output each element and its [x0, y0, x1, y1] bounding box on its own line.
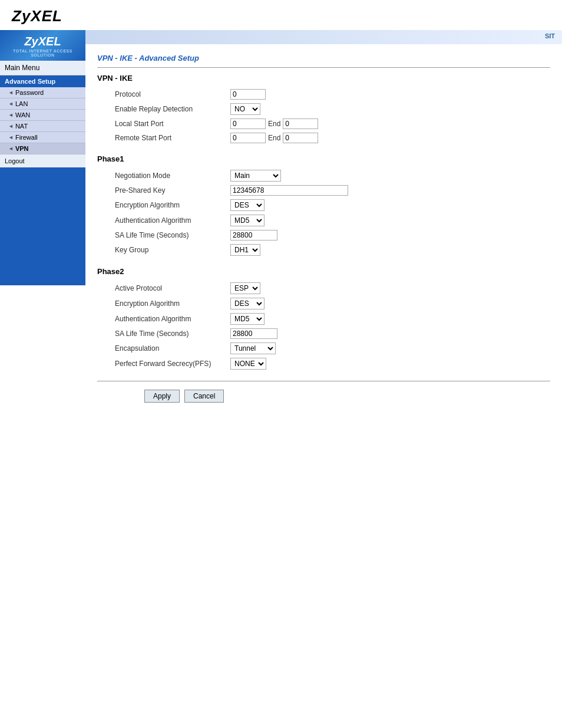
- encapsulation-select[interactable]: Tunnel Transport: [230, 342, 276, 354]
- sidebar-item-vpn[interactable]: ◄ VPN: [0, 143, 85, 154]
- sidebar-header: ZyXEL Total Internet Access Solution: [0, 30, 85, 61]
- phase2-section-heading: Phase2: [97, 267, 550, 276]
- p1-encryption-label: Encryption Algorithm: [97, 197, 227, 213]
- protocol-row: Protocol: [97, 87, 322, 101]
- sidebar-arrow-lan: ◄: [8, 101, 14, 107]
- p1-auth-row: Authentication Algorithm MD5 SHA1: [97, 213, 352, 228]
- button-row: Apply Cancel: [97, 390, 550, 403]
- local-end-port-input[interactable]: [283, 118, 318, 129]
- p2-encryption-label: Encryption Algorithm: [97, 296, 227, 311]
- p2-encryption-row: Encryption Algorithm DES 3DES AES: [97, 296, 281, 311]
- sidebar-item-firewall[interactable]: ◄ Firewall: [0, 132, 85, 143]
- top-logo-text: ZyXEL: [12, 7, 62, 25]
- sidebar: ZyXEL Total Internet Access Solution Mai…: [0, 30, 85, 412]
- top-logo-area: ZyXEL: [0, 0, 562, 30]
- p2-encryption-select[interactable]: DES 3DES AES: [230, 298, 265, 309]
- p2-auth-select[interactable]: MD5 SHA1: [230, 313, 265, 325]
- enable-replay-select[interactable]: NO YES: [230, 103, 260, 115]
- sidebar-item-label-nat: NAT: [15, 123, 28, 130]
- sidebar-arrow-vpn: ◄: [8, 146, 14, 151]
- local-start-port-row: Local Start Port End: [97, 117, 322, 131]
- pfs-label: Perfect Forward Secrecy(PFS): [97, 356, 227, 371]
- active-protocol-label: Active Protocol: [97, 281, 227, 296]
- content-inner: VPN - IKE - Advanced Setup VPN - IKE Pro…: [85, 44, 562, 412]
- remote-start-port-row: Remote Start Port End: [97, 131, 322, 145]
- local-start-port-label: Local Start Port: [97, 117, 227, 131]
- pre-shared-key-label: Pre-Shared Key: [97, 183, 227, 197]
- sidebar-item-lan[interactable]: ◄ LAN: [0, 98, 85, 110]
- key-group-select[interactable]: DH1 DH2: [230, 244, 260, 256]
- sidebar-logout-link[interactable]: Logout: [0, 154, 85, 167]
- remote-port-row: End: [230, 133, 318, 143]
- protocol-input[interactable]: [230, 89, 266, 100]
- pre-shared-key-input[interactable]: [230, 185, 348, 196]
- sidebar-main-menu-item[interactable]: Main Menu: [0, 61, 85, 75]
- cancel-button[interactable]: Cancel: [184, 390, 224, 403]
- remote-start-port-label: Remote Start Port: [97, 131, 227, 145]
- p2-sa-life-input[interactable]: [230, 328, 277, 339]
- sidebar-arrow-firewall: ◄: [8, 134, 14, 140]
- pre-shared-key-row: Pre-Shared Key: [97, 183, 352, 197]
- sidebar-brand-name: ZyXEL: [4, 35, 82, 48]
- local-port-row: End: [230, 118, 318, 129]
- p1-encryption-select[interactable]: DES 3DES AES: [230, 199, 265, 211]
- sidebar-arrow-wan: ◄: [8, 112, 14, 118]
- phase1-section-heading: Phase1: [97, 154, 550, 163]
- enable-replay-label: Enable Replay Detection: [97, 101, 227, 117]
- p1-sa-life-row: SA Life Time (Seconds): [97, 228, 352, 242]
- top-divider: [97, 67, 550, 68]
- sidebar-main-menu-label: Main Menu: [5, 64, 39, 72]
- sidebar-item-label-password: Password: [15, 89, 44, 96]
- pfs-select[interactable]: NONE DH1 DH2: [230, 358, 266, 370]
- sidebar-tagline: Total Internet Access Solution: [4, 49, 82, 57]
- p1-auth-select[interactable]: MD5 SHA1: [230, 215, 265, 226]
- phase1-table: Negotiation Mode Main Aggressive Pre-Sha…: [97, 168, 352, 258]
- p2-auth-label: Authentication Algorithm: [97, 311, 227, 327]
- key-group-label: Key Group: [97, 242, 227, 258]
- pfs-row: Perfect Forward Secrecy(PFS) NONE DH1 DH…: [97, 356, 281, 371]
- p1-auth-label: Authentication Algorithm: [97, 213, 227, 228]
- main-layout: ZyXEL Total Internet Access Solution Mai…: [0, 30, 562, 412]
- sidebar-arrow-password: ◄: [8, 90, 14, 95]
- key-group-row: Key Group DH1 DH2: [97, 242, 352, 258]
- apply-button[interactable]: Apply: [144, 390, 180, 403]
- protocol-label: Protocol: [97, 87, 227, 101]
- p1-sa-life-input[interactable]: [230, 230, 277, 241]
- negotiation-mode-label: Negotiation Mode: [97, 168, 227, 183]
- sidebar-item-wan[interactable]: ◄ WAN: [0, 110, 85, 121]
- sidebar-item-label-vpn: VPN: [15, 145, 29, 152]
- content-area: SIT VPN - IKE - Advanced Setup VPN - IKE…: [85, 30, 562, 412]
- phase2-table: Active Protocol ESP AH Encryption Algori…: [97, 281, 281, 371]
- enable-replay-row: Enable Replay Detection NO YES: [97, 101, 322, 117]
- active-protocol-row: Active Protocol ESP AH: [97, 281, 281, 296]
- sidebar-item-label-lan: LAN: [15, 100, 28, 107]
- vpn-ike-table: Protocol Enable Replay Detection NO YES: [97, 87, 322, 145]
- active-protocol-select[interactable]: ESP AH: [230, 282, 260, 294]
- p2-auth-row: Authentication Algorithm MD5 SHA1: [97, 311, 281, 327]
- sidebar-advanced-setup-label: Advanced Setup: [0, 75, 85, 87]
- remote-end-port-input[interactable]: [283, 133, 318, 143]
- sidebar-item-password[interactable]: ◄ Password: [0, 87, 85, 98]
- remote-start-port-input[interactable]: [230, 133, 266, 143]
- vpn-ike-section-heading: VPN - IKE: [97, 74, 550, 83]
- encapsulation-label: Encapsulation: [97, 341, 227, 356]
- negotiation-mode-row: Negotiation Mode Main Aggressive: [97, 168, 352, 183]
- negotiation-mode-select[interactable]: Main Aggressive: [230, 170, 281, 182]
- sidebar-arrow-nat: ◄: [8, 123, 14, 129]
- sidebar-blue-filler: [0, 167, 85, 285]
- content-header-bar: SIT: [85, 30, 562, 44]
- p1-encryption-row: Encryption Algorithm DES 3DES AES: [97, 197, 352, 213]
- remote-end-label: End: [268, 134, 280, 142]
- page-title: VPN - IKE - Advanced Setup: [97, 54, 550, 62]
- sidebar-item-nat[interactable]: ◄ NAT: [0, 121, 85, 132]
- header-bar-text: SIT: [545, 32, 555, 39]
- local-start-port-input[interactable]: [230, 118, 266, 129]
- p2-sa-life-label: SA Life Time (Seconds): [97, 327, 227, 341]
- logout-label: Logout: [5, 157, 25, 164]
- sidebar-item-label-firewall: Firewall: [15, 134, 38, 141]
- p1-sa-life-label: SA Life Time (Seconds): [97, 228, 227, 242]
- sidebar-item-label-wan: WAN: [15, 111, 30, 118]
- bottom-divider: [97, 381, 550, 381]
- p2-sa-life-row: SA Life Time (Seconds): [97, 327, 281, 341]
- local-end-label: End: [268, 120, 280, 128]
